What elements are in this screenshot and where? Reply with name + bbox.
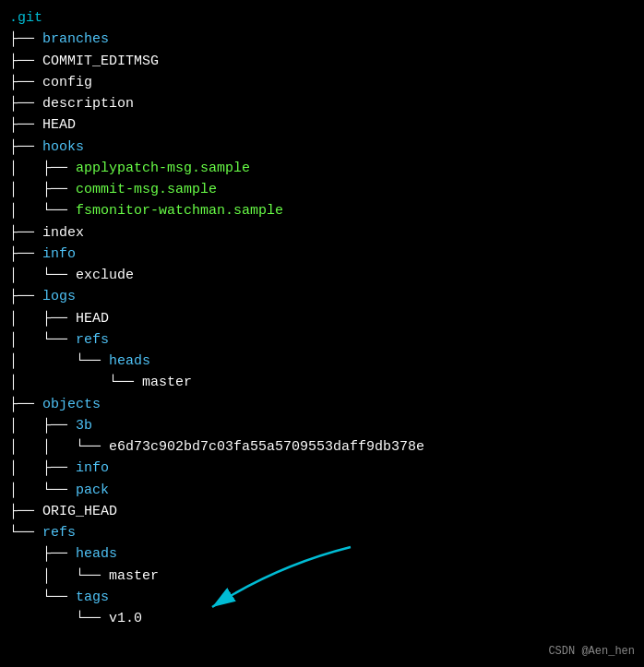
file-tree: .git ├── branches ├── COMMIT_EDITMSG ├──…	[9, 7, 635, 629]
connector: ├──	[9, 29, 42, 50]
objects-hash-file: e6d73c902bd7c03fa55a5709553daff9db378e	[109, 436, 424, 458]
connector: │ ├──	[9, 415, 76, 436]
connector: ├──	[9, 394, 42, 415]
applypatch-sample-file: applypatch-msg.sample	[76, 158, 250, 179]
logs-refs-dir: refs	[76, 329, 109, 351]
exclude-file: exclude	[76, 265, 134, 286]
objects-info-dir: info	[76, 458, 109, 479]
connector: │ ├──	[9, 158, 76, 179]
connector: ├──	[9, 222, 42, 244]
connector: │ └──	[9, 351, 109, 372]
branches-dir: branches	[42, 29, 109, 50]
connector: │ ├──	[9, 179, 76, 200]
objects-dir: objects	[42, 394, 101, 415]
refs-tags-dir: tags	[76, 587, 109, 608]
connector: │ └──	[9, 566, 109, 587]
connector: └──	[9, 608, 109, 629]
connector: │ └──	[9, 265, 76, 286]
connector: ├──	[9, 93, 42, 114]
fsmonitor-sample-file: fsmonitor-watchman.sample	[76, 200, 283, 221]
hooks-dir: hooks	[42, 137, 84, 158]
root-label: .git	[9, 7, 42, 29]
refs-tags-v1-file: v1.0	[109, 608, 142, 629]
connector: │ │ └──	[9, 436, 109, 458]
connector: │ └──	[9, 480, 76, 501]
logs-refs-heads-dir: heads	[109, 351, 150, 372]
connector: │ ├──	[9, 308, 76, 329]
refs-heads-dir: heads	[76, 543, 117, 565]
refs-dir: refs	[42, 522, 76, 543]
index-file: index	[42, 222, 84, 244]
orig-head-file: ORIG_HEAD	[42, 501, 117, 522]
commit-editmsg-file: COMMIT_EDITMSG	[42, 51, 159, 72]
connector: ├──	[9, 137, 42, 158]
connector: │ └──	[9, 372, 142, 393]
connector: └──	[9, 522, 42, 543]
connector: ├──	[9, 72, 42, 93]
info-dir: info	[42, 244, 76, 265]
connector: │ └──	[9, 200, 76, 221]
connector: ├──	[9, 543, 76, 565]
commit-msg-sample-file: commit-msg.sample	[76, 179, 217, 200]
connector: ├──	[9, 51, 42, 72]
description-file: description	[42, 93, 134, 114]
connector: ├──	[9, 501, 42, 522]
head-file: HEAD	[42, 114, 76, 136]
logs-head-file: HEAD	[76, 308, 109, 329]
connector: ├──	[9, 114, 42, 136]
logs-dir: logs	[42, 286, 76, 307]
logs-refs-heads-master-file: master	[142, 372, 192, 393]
connector: ├──	[9, 244, 42, 265]
config-file: config	[42, 72, 92, 93]
objects-pack-dir: pack	[76, 480, 109, 501]
connector: │ ├──	[9, 458, 76, 479]
refs-heads-master-file: master	[109, 566, 159, 587]
watermark-text: CSDN @Aen_hen	[548, 645, 635, 658]
connector: └──	[9, 587, 76, 608]
connector: │ └──	[9, 329, 76, 351]
objects-3b-dir: 3b	[76, 415, 92, 436]
connector: ├──	[9, 286, 42, 307]
